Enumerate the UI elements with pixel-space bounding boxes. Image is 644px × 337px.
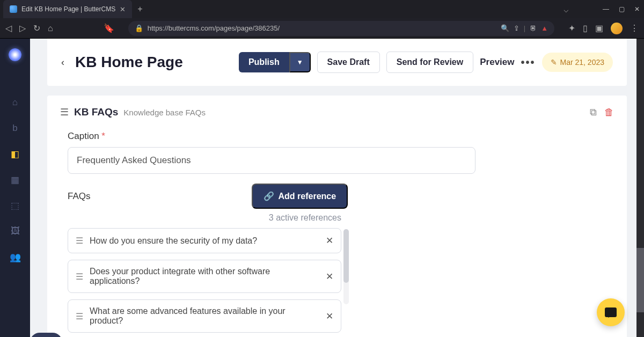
reference-text: How do you ensure the security of my dat… (90, 236, 319, 246)
faqs-label: FAQs (68, 191, 91, 202)
url-bar[interactable]: 🔒 https://buttercms.com/pages/page/38623… (128, 21, 554, 36)
caption-input[interactable] (68, 147, 475, 174)
new-tab-button[interactable]: + (137, 4, 142, 14)
shield-icon[interactable]: ⛨ (530, 24, 537, 32)
page-header: ‹ KB Home Page Publish ▼ Save Draft Send… (47, 39, 627, 86)
remove-icon[interactable]: ✕ (326, 235, 333, 246)
drag-handle-icon[interactable]: ☰ (76, 311, 83, 321)
preview-button[interactable]: Preview (480, 57, 514, 68)
drag-handle-icon[interactable]: ☰ (76, 272, 83, 282)
pencil-icon: ✎ (551, 58, 557, 67)
lock-icon: 🔒 (135, 24, 143, 32)
minimize-icon[interactable]: ― (603, 5, 609, 13)
browser-titlebar: Edit KB Home Page | ButterCMS ✕ + ⌵ ― ▢ … (0, 0, 644, 18)
list-item[interactable]: ☰ What are some advanced features availa… (68, 299, 341, 333)
date-pill[interactable]: ✎ Mar 21, 2023 (542, 53, 613, 72)
link-icon: 🔗 (264, 191, 274, 201)
bookmark-icon[interactable]: 🔖 (104, 23, 114, 33)
page-scrollbar[interactable] (636, 39, 644, 337)
nav-back-icon[interactable]: ◁ (5, 23, 12, 33)
share-icon[interactable]: ⇪ (514, 24, 519, 32)
reload-icon[interactable]: ↻ (33, 23, 40, 33)
list-scrollbar[interactable] (343, 229, 349, 304)
list-item[interactable]: ☰ Does your product integrate with other… (68, 260, 341, 293)
components-icon[interactable]: ⬚ (9, 200, 21, 211)
dashboard-icon[interactable]: ⌂ (9, 97, 21, 108)
app-logo[interactable] (9, 48, 21, 61)
close-window-icon[interactable]: ✕ (634, 5, 640, 13)
zoom-icon[interactable]: 🔍 (501, 24, 509, 32)
app-sidebar: ⌂ b ◧ ▦ ⬚ 🖼 👥 (0, 39, 30, 337)
back-button[interactable]: ‹ (61, 57, 64, 68)
url-text: https://buttercms.com/pages/page/386235/ (148, 24, 280, 32)
add-reference-button[interactable]: 🔗 Add reference (252, 184, 348, 209)
save-draft-button[interactable]: Save Draft (317, 52, 380, 73)
warning-icon[interactable]: ▲ (541, 24, 548, 32)
browser-toolbar: ◁ ▷ ↻ ⌂ 🔖 🔒 https://buttercms.com/pages/… (0, 18, 644, 39)
home-icon[interactable]: ⌂ (48, 24, 53, 33)
extensions-icon[interactable]: ✦ (568, 23, 575, 33)
caption-label: Caption * (68, 131, 614, 142)
chat-icon (605, 307, 617, 317)
send-review-button[interactable]: Send for Review (386, 52, 473, 73)
reference-text: What are some advanced features availabl… (90, 306, 319, 326)
favicon (10, 5, 17, 13)
blog-icon[interactable]: b (9, 122, 21, 134)
list-item[interactable]: ☰ How do you ensure the security of my d… (68, 228, 341, 253)
publish-dropdown[interactable]: ▼ (289, 52, 311, 72)
tab-overview-icon[interactable]: ▣ (595, 23, 603, 33)
nav-forward-icon[interactable]: ▷ (19, 23, 26, 33)
section-subtitle: Knowledge base FAQs (123, 108, 206, 117)
drag-handle-icon[interactable]: ☰ (76, 236, 83, 246)
chat-bubble-button[interactable] (597, 298, 625, 326)
section-title: KB FAQs (74, 106, 118, 118)
maximize-icon[interactable]: ▢ (619, 5, 625, 13)
menu-icon[interactable]: ⋮ (630, 23, 639, 33)
remove-icon[interactable]: ✕ (326, 311, 333, 322)
tab-title: Edit KB Home Page | ButterCMS (21, 5, 115, 13)
close-tab-icon[interactable]: ✕ (120, 5, 126, 13)
media-icon[interactable]: 🖼 (9, 225, 21, 237)
tabs-dropdown-icon[interactable]: ⌵ (564, 4, 569, 14)
drag-handle-icon[interactable]: ☰ (60, 106, 69, 118)
profile-avatar[interactable] (611, 23, 623, 34)
section-card: ☰ KB FAQs Knowledge base FAQs ⧉ 🗑 Captio… (47, 96, 627, 337)
page-title: KB Home Page (75, 54, 183, 71)
panel-icon[interactable]: ▯ (583, 23, 588, 33)
date-text: Mar 21, 2023 (560, 58, 605, 67)
collections-icon[interactable]: ▦ (9, 174, 21, 186)
duplicate-icon[interactable]: ⧉ (590, 107, 597, 118)
users-icon[interactable]: 👥 (9, 251, 21, 263)
pages-icon[interactable]: ◧ (9, 148, 21, 160)
browser-tab[interactable]: Edit KB Home Page | ButterCMS ✕ (3, 0, 132, 18)
remove-icon[interactable]: ✕ (326, 271, 333, 282)
reference-text: Does your product integrate with other s… (90, 267, 319, 286)
more-menu-icon[interactable]: ••• (521, 56, 535, 69)
reference-count: 3 active references (68, 213, 341, 223)
publish-button[interactable]: Publish (239, 52, 289, 72)
delete-icon[interactable]: 🗑 (604, 107, 614, 118)
